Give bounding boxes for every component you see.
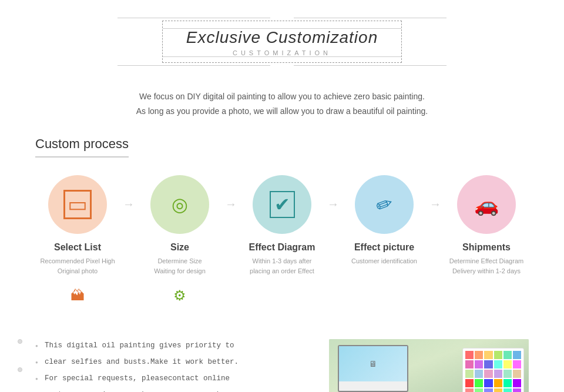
step5-desc: Determine Effect DiagramDelivery within …	[449, 256, 523, 276]
monitor: 🖥	[338, 345, 408, 392]
swatch	[513, 388, 521, 392]
step2-icon: ◎	[172, 193, 188, 216]
page-wrapper: Exclusive Customization CUSTOMIZATION We…	[0, 0, 564, 392]
bullet-item-2: clear selfies and busts.Make it work bet…	[35, 356, 311, 370]
swatch	[513, 379, 521, 387]
description-section: We focus on DIY digital oil painting to …	[0, 78, 564, 136]
arrow2: →	[222, 197, 240, 211]
workspace-simulation: 🖥	[329, 339, 529, 392]
step-effect-diagram: ✔ Effect Diagram Within 1-3 days afterpl…	[240, 175, 324, 276]
bullet-item-1: This digital oil painting gives priority…	[35, 339, 311, 353]
step3-label: Effect Diagram	[249, 242, 315, 253]
swatch	[475, 370, 483, 378]
description-line1: We focus on DIY digital oil painting to …	[35, 89, 529, 104]
step1-circle: ▭	[48, 175, 107, 234]
bottom-text-area: This digital oil painting gives priority…	[35, 339, 311, 392]
bullet-item-3: For special requests, pleasecontact onli…	[35, 372, 311, 386]
process-title: Custom process	[35, 136, 129, 158]
main-title: Exclusive Customization	[186, 28, 378, 47]
step2-desc: Determine SizeWaiting for design	[154, 256, 206, 276]
arrow4: →	[427, 197, 444, 211]
step5-label: Shipments	[462, 242, 511, 253]
bottom-image: 🖥	[329, 339, 529, 392]
swatch	[484, 351, 492, 359]
swatch	[503, 351, 512, 359]
swatch	[484, 379, 492, 387]
step5-circle: 🚗	[457, 175, 516, 234]
step1-label: Select List	[54, 242, 101, 253]
swatch	[494, 388, 502, 392]
arrow1: →	[120, 197, 137, 211]
step2-circle: ◎	[150, 175, 209, 234]
arrow3: →	[324, 197, 342, 211]
bottom-section: This digital oil painting gives priority…	[0, 339, 564, 392]
description-line2: As long as you provide a photo, we will …	[35, 104, 529, 119]
swatch	[465, 388, 474, 392]
swatch	[494, 360, 502, 368]
monitor-screen: 🖥	[339, 346, 407, 381]
swatch	[475, 360, 483, 368]
sub-icons-row: 🏔 ⚙	[35, 287, 529, 304]
monitor-icon: 🖥	[369, 359, 377, 368]
bullet-item-4: customer service or make your own remark…	[35, 388, 311, 392]
header-section: Exclusive Customization CUSTOMIZATION	[0, 12, 564, 78]
dot2	[18, 367, 22, 372]
swatch	[484, 388, 492, 392]
step2-label: Size	[170, 242, 189, 253]
swatch	[503, 388, 512, 392]
step-shipments: 🚗 Shipments Determine Effect DiagramDeli…	[444, 175, 529, 276]
swatch	[475, 388, 483, 392]
step4-desc: Customer identification	[351, 256, 417, 266]
bottom-text: This digital oil painting gives priority…	[35, 339, 311, 392]
bullet-list: This digital oil painting gives priority…	[35, 339, 311, 392]
step3-icon: ✔	[270, 191, 295, 218]
swatch	[503, 360, 512, 368]
swatch	[494, 370, 502, 378]
step3-circle: ✔	[253, 175, 311, 234]
steps-row: ▭ Select List Recommended Pixel HighOrig…	[35, 175, 529, 276]
swatch	[465, 360, 474, 368]
color-palette	[462, 348, 524, 392]
step4-label: Effect picture	[354, 242, 414, 253]
step-effect-picture: ✏ Effect picture Customer identification	[342, 175, 427, 266]
step1-desc: Recommended Pixel HighOriginal photo	[40, 256, 115, 276]
sub-icon2: ⚙	[137, 287, 222, 304]
swatch	[513, 370, 521, 378]
step1-icon: ▭	[63, 190, 92, 219]
swatch	[513, 351, 521, 359]
swatch	[503, 370, 512, 378]
step-size: ◎ Size Determine SizeWaiting for design	[137, 175, 222, 276]
step3-desc: Within 1-3 days afterplacing an order Ef…	[250, 256, 314, 276]
swatch	[494, 351, 502, 359]
swatch	[465, 351, 474, 359]
gear-icon: ⚙	[173, 287, 186, 303]
process-section: Custom process ▭ Select List Recommended…	[0, 136, 564, 339]
step-select-list: ▭ Select List Recommended Pixel HighOrig…	[35, 175, 120, 276]
swatch	[465, 379, 474, 387]
swatch	[465, 370, 474, 378]
swatch	[494, 379, 502, 387]
header-border-box: Exclusive Customization CUSTOMIZATION	[162, 21, 402, 63]
step5-icon: 🚗	[474, 193, 499, 216]
swatch	[503, 379, 512, 387]
mountain-icon: 🏔	[70, 287, 85, 303]
sub-title: CUSTOMIZATION	[186, 49, 378, 56]
step4-circle: ✏	[355, 175, 414, 234]
sub-icon1: 🏔	[35, 287, 120, 304]
step4-icon: ✏	[372, 191, 396, 219]
swatch	[513, 360, 521, 368]
swatch	[484, 370, 492, 378]
side-dots	[18, 339, 22, 392]
swatch	[475, 351, 483, 359]
dot1	[18, 339, 22, 344]
swatch	[475, 379, 483, 387]
swatch	[484, 360, 492, 368]
